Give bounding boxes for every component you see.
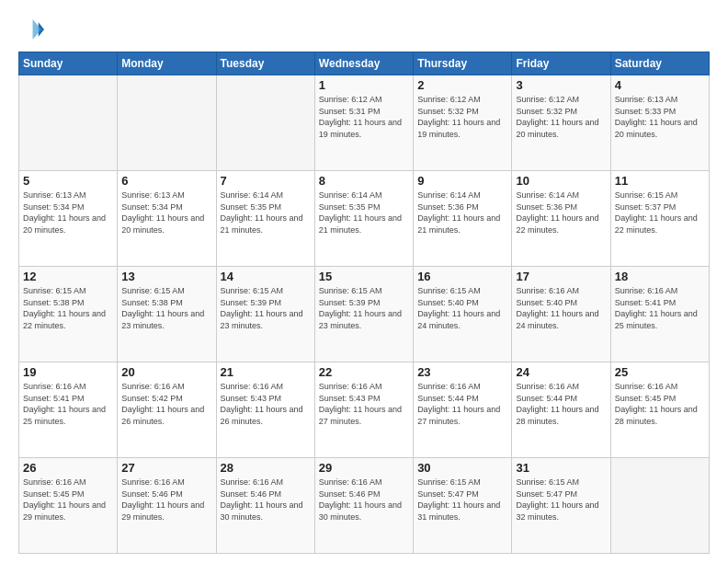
calendar-table: SundayMondayTuesdayWednesdayThursdayFrid… bbox=[18, 52, 710, 554]
day-number: 8 bbox=[319, 174, 409, 188]
day-number: 26 bbox=[23, 461, 113, 475]
day-number: 9 bbox=[417, 174, 507, 188]
day-number: 25 bbox=[615, 365, 705, 379]
calendar-cell: 13Sunrise: 6:15 AM Sunset: 5:38 PM Dayli… bbox=[118, 267, 216, 362]
cell-info: Sunrise: 6:12 AM Sunset: 5:31 PM Dayligh… bbox=[319, 94, 409, 140]
day-number: 7 bbox=[221, 174, 311, 188]
day-number: 10 bbox=[516, 174, 606, 188]
calendar-cell: 17Sunrise: 6:16 AM Sunset: 5:40 PM Dayli… bbox=[512, 267, 610, 362]
day-number: 19 bbox=[23, 365, 113, 379]
cell-info: Sunrise: 6:14 AM Sunset: 5:35 PM Dayligh… bbox=[221, 190, 311, 236]
day-number: 20 bbox=[121, 365, 211, 379]
calendar-cell: 27Sunrise: 6:16 AM Sunset: 5:46 PM Dayli… bbox=[118, 458, 216, 554]
cell-info: Sunrise: 6:16 AM Sunset: 5:44 PM Dayligh… bbox=[417, 381, 507, 427]
week-row-2: 12Sunrise: 6:15 AM Sunset: 5:38 PM Dayli… bbox=[19, 267, 710, 362]
calendar-cell: 23Sunrise: 6:16 AM Sunset: 5:44 PM Dayli… bbox=[414, 362, 512, 458]
week-row-3: 19Sunrise: 6:16 AM Sunset: 5:41 PM Dayli… bbox=[19, 362, 710, 458]
logo bbox=[18, 17, 48, 42]
week-row-4: 26Sunrise: 6:16 AM Sunset: 5:45 PM Dayli… bbox=[19, 458, 710, 554]
day-number: 17 bbox=[516, 270, 606, 283]
cell-info: Sunrise: 6:16 AM Sunset: 5:44 PM Dayligh… bbox=[516, 381, 606, 427]
cell-info: Sunrise: 6:15 AM Sunset: 5:37 PM Dayligh… bbox=[615, 190, 705, 236]
calendar-cell bbox=[118, 75, 216, 171]
day-number: 13 bbox=[121, 270, 211, 283]
cell-info: Sunrise: 6:16 AM Sunset: 5:40 PM Dayligh… bbox=[516, 285, 606, 331]
calendar-cell: 9Sunrise: 6:14 AM Sunset: 5:36 PM Daylig… bbox=[414, 171, 512, 267]
logo-icon bbox=[18, 17, 44, 42]
calendar-cell: 3Sunrise: 6:12 AM Sunset: 5:32 PM Daylig… bbox=[512, 75, 610, 171]
day-number: 14 bbox=[221, 270, 311, 283]
calendar-cell: 4Sunrise: 6:13 AM Sunset: 5:33 PM Daylig… bbox=[610, 75, 709, 171]
day-number: 12 bbox=[23, 270, 113, 283]
calendar-cell: 5Sunrise: 6:13 AM Sunset: 5:34 PM Daylig… bbox=[19, 171, 118, 267]
cell-info: Sunrise: 6:16 AM Sunset: 5:46 PM Dayligh… bbox=[221, 477, 311, 523]
cell-info: Sunrise: 6:15 AM Sunset: 5:40 PM Dayligh… bbox=[417, 285, 507, 331]
calendar-cell: 16Sunrise: 6:15 AM Sunset: 5:40 PM Dayli… bbox=[414, 267, 512, 362]
calendar-cell: 14Sunrise: 6:15 AM Sunset: 5:39 PM Dayli… bbox=[216, 267, 314, 362]
calendar-cell: 18Sunrise: 6:16 AM Sunset: 5:41 PM Dayli… bbox=[610, 267, 709, 362]
calendar-cell: 1Sunrise: 6:12 AM Sunset: 5:31 PM Daylig… bbox=[314, 75, 413, 171]
cell-info: Sunrise: 6:16 AM Sunset: 5:43 PM Dayligh… bbox=[319, 381, 409, 427]
cell-info: Sunrise: 6:15 AM Sunset: 5:39 PM Dayligh… bbox=[319, 285, 409, 331]
calendar-cell: 12Sunrise: 6:15 AM Sunset: 5:38 PM Dayli… bbox=[19, 267, 118, 362]
weekday-header-monday: Monday bbox=[118, 52, 216, 75]
cell-info: Sunrise: 6:15 AM Sunset: 5:47 PM Dayligh… bbox=[417, 477, 507, 523]
cell-info: Sunrise: 6:15 AM Sunset: 5:47 PM Dayligh… bbox=[516, 477, 606, 523]
cell-info: Sunrise: 6:16 AM Sunset: 5:41 PM Dayligh… bbox=[23, 381, 113, 427]
calendar-cell: 25Sunrise: 6:16 AM Sunset: 5:45 PM Dayli… bbox=[610, 362, 709, 458]
weekday-header-sunday: Sunday bbox=[19, 52, 118, 75]
calendar-cell: 6Sunrise: 6:13 AM Sunset: 5:34 PM Daylig… bbox=[118, 171, 216, 267]
weekday-header-tuesday: Tuesday bbox=[216, 52, 314, 75]
day-number: 4 bbox=[615, 78, 705, 92]
calendar-cell: 26Sunrise: 6:16 AM Sunset: 5:45 PM Dayli… bbox=[19, 458, 118, 554]
calendar-cell bbox=[610, 458, 709, 554]
day-number: 27 bbox=[121, 461, 211, 475]
day-number: 2 bbox=[417, 78, 507, 92]
calendar-cell bbox=[19, 75, 118, 171]
cell-info: Sunrise: 6:16 AM Sunset: 5:45 PM Dayligh… bbox=[615, 381, 705, 427]
cell-info: Sunrise: 6:16 AM Sunset: 5:45 PM Dayligh… bbox=[23, 477, 113, 523]
calendar-cell: 22Sunrise: 6:16 AM Sunset: 5:43 PM Dayli… bbox=[314, 362, 413, 458]
cell-info: Sunrise: 6:15 AM Sunset: 5:38 PM Dayligh… bbox=[23, 285, 113, 331]
day-number: 16 bbox=[417, 270, 507, 283]
calendar-cell: 21Sunrise: 6:16 AM Sunset: 5:43 PM Dayli… bbox=[216, 362, 314, 458]
weekday-row: SundayMondayTuesdayWednesdayThursdayFrid… bbox=[19, 52, 710, 75]
day-number: 29 bbox=[319, 461, 409, 475]
cell-info: Sunrise: 6:15 AM Sunset: 5:39 PM Dayligh… bbox=[221, 285, 311, 331]
week-row-0: 1Sunrise: 6:12 AM Sunset: 5:31 PM Daylig… bbox=[19, 75, 710, 171]
cell-info: Sunrise: 6:12 AM Sunset: 5:32 PM Dayligh… bbox=[516, 94, 606, 140]
svg-marker-1 bbox=[33, 19, 41, 40]
cell-info: Sunrise: 6:12 AM Sunset: 5:32 PM Dayligh… bbox=[417, 94, 507, 140]
weekday-header-friday: Friday bbox=[512, 52, 610, 75]
week-row-1: 5Sunrise: 6:13 AM Sunset: 5:34 PM Daylig… bbox=[19, 171, 710, 267]
calendar-cell: 30Sunrise: 6:15 AM Sunset: 5:47 PM Dayli… bbox=[414, 458, 512, 554]
weekday-header-wednesday: Wednesday bbox=[314, 52, 413, 75]
cell-info: Sunrise: 6:16 AM Sunset: 5:46 PM Dayligh… bbox=[121, 477, 211, 523]
day-number: 6 bbox=[121, 174, 211, 188]
cell-info: Sunrise: 6:13 AM Sunset: 5:33 PM Dayligh… bbox=[615, 94, 705, 140]
cell-info: Sunrise: 6:15 AM Sunset: 5:38 PM Dayligh… bbox=[121, 285, 211, 331]
day-number: 11 bbox=[615, 174, 705, 188]
calendar-cell bbox=[216, 75, 314, 171]
calendar-cell: 19Sunrise: 6:16 AM Sunset: 5:41 PM Dayli… bbox=[19, 362, 118, 458]
day-number: 23 bbox=[417, 365, 507, 379]
cell-info: Sunrise: 6:16 AM Sunset: 5:41 PM Dayligh… bbox=[615, 285, 705, 331]
cell-info: Sunrise: 6:16 AM Sunset: 5:42 PM Dayligh… bbox=[121, 381, 211, 427]
day-number: 21 bbox=[221, 365, 311, 379]
cell-info: Sunrise: 6:16 AM Sunset: 5:46 PM Dayligh… bbox=[319, 477, 409, 523]
cell-info: Sunrise: 6:14 AM Sunset: 5:36 PM Dayligh… bbox=[516, 190, 606, 236]
weekday-header-saturday: Saturday bbox=[610, 52, 709, 75]
weekday-header-thursday: Thursday bbox=[414, 52, 512, 75]
day-number: 5 bbox=[23, 174, 113, 188]
day-number: 31 bbox=[516, 461, 606, 475]
cell-info: Sunrise: 6:16 AM Sunset: 5:43 PM Dayligh… bbox=[221, 381, 311, 427]
calendar-cell: 15Sunrise: 6:15 AM Sunset: 5:39 PM Dayli… bbox=[314, 267, 413, 362]
calendar-header: SundayMondayTuesdayWednesdayThursdayFrid… bbox=[19, 52, 710, 75]
cell-info: Sunrise: 6:14 AM Sunset: 5:35 PM Dayligh… bbox=[319, 190, 409, 236]
calendar-cell: 28Sunrise: 6:16 AM Sunset: 5:46 PM Dayli… bbox=[216, 458, 314, 554]
day-number: 30 bbox=[417, 461, 507, 475]
day-number: 1 bbox=[319, 78, 409, 92]
day-number: 24 bbox=[516, 365, 606, 379]
page: SundayMondayTuesdayWednesdayThursdayFrid… bbox=[0, 0, 728, 563]
calendar-body: 1Sunrise: 6:12 AM Sunset: 5:31 PM Daylig… bbox=[19, 75, 710, 554]
